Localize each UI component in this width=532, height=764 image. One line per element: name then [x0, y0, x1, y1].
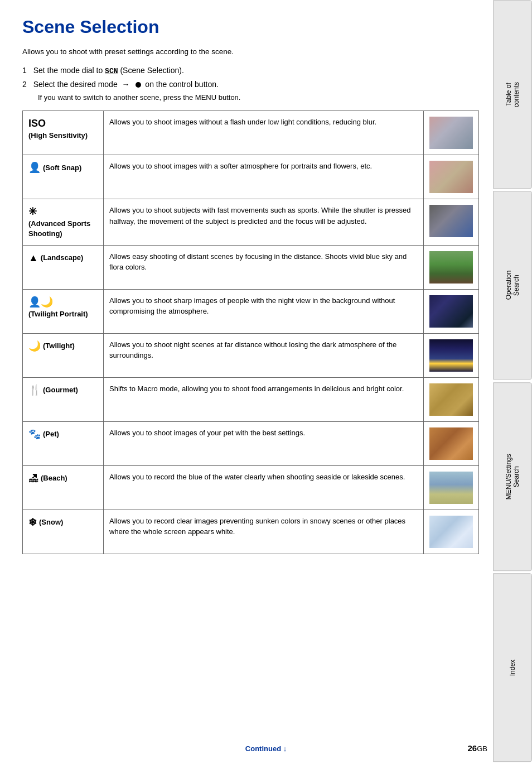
- scene-thumbnail: [429, 472, 473, 504]
- table-row: 🐾 (Pet)Allows you to shoot images of you…: [23, 421, 479, 465]
- scene-icon: ISO: [28, 117, 46, 131]
- scene-icon-cell: 🍴 (Gourmet): [23, 377, 104, 421]
- tab-operation-search[interactable]: OperationSearch: [493, 191, 532, 379]
- scene-icon-cell: 👤 (Soft Snap): [23, 155, 104, 199]
- scene-description: Allows you to shoot subjects with fast m…: [104, 199, 424, 246]
- scene-label: (Soft Snap): [43, 163, 81, 173]
- tab-table-of-contents[interactable]: Table ofcontents: [493, 0, 532, 189]
- scene-image: [424, 465, 479, 510]
- scene-icon-cell: ISO (High Sensitivity): [23, 111, 104, 155]
- scene-icon-cell: 🐾 (Pet): [23, 421, 104, 465]
- scene-icon: ✳: [28, 205, 37, 219]
- tab-index[interactable]: Index: [493, 573, 532, 762]
- scene-description: Allows you to shoot images with a softer…: [104, 155, 424, 199]
- scene-thumbnail: [429, 339, 473, 372]
- scene-icon: 🏖: [28, 472, 38, 486]
- scene-image: [424, 245, 479, 289]
- scene-icon: 👤: [28, 161, 41, 175]
- table-row: 👤 (Soft Snap)Allows you to shoot images …: [23, 155, 479, 199]
- step-2-sub: If you want to switch to another scene, …: [38, 93, 479, 102]
- table-row: ▲ (Landscape)Allows easy shooting of dis…: [23, 245, 479, 289]
- scene-description: Allows you to shoot sharp images of peop…: [104, 289, 424, 333]
- table-row: ISO (High Sensitivity)Allows you to shoo…: [23, 111, 479, 155]
- sidebar-tabs: Table ofcontents OperationSearch MENU/Se…: [493, 0, 532, 764]
- scene-icon-cell: ▲ (Landscape): [23, 245, 104, 289]
- scene-icon-cell: 👤🌙 (Twilight Portrait): [23, 289, 104, 333]
- scene-label: (Twilight): [43, 341, 75, 351]
- scene-image: [424, 510, 479, 554]
- step-2: 2 Select the desired mode → on the contr…: [22, 80, 479, 89]
- table-row: ✳ (Advanced Sports Shooting)Allows you t…: [23, 199, 479, 246]
- scene-label: (Landscape): [41, 253, 84, 263]
- scene-thumbnail: [429, 251, 473, 284]
- scene-description: Allows easy shooting of distant scenes b…: [104, 245, 424, 289]
- scene-label: (Beach): [41, 473, 67, 483]
- scene-icon-cell: 🏖 (Beach): [23, 465, 104, 510]
- intro-text: Allows you to shoot with preset settings…: [22, 47, 479, 56]
- scene-icon: 🐾: [28, 427, 41, 441]
- main-content: Scene Selection Allows you to shoot with…: [11, 0, 490, 571]
- scene-icon: ❄: [28, 516, 37, 530]
- scene-icon: 👤🌙: [28, 295, 53, 309]
- scene-thumbnail: [429, 161, 473, 193]
- scene-description: Allows you to shoot night scenes at far …: [104, 333, 424, 377]
- page-number-area: 26GB: [468, 743, 487, 753]
- scene-thumbnail: [429, 295, 473, 328]
- table-row: 👤🌙 (Twilight Portrait)Allows you to shoo…: [23, 289, 479, 333]
- scene-image: [424, 155, 479, 199]
- table-row: ❄ (Snow)Allows you to record clear image…: [23, 510, 479, 554]
- scene-thumbnail: [429, 516, 473, 548]
- scene-label: (Gourmet): [43, 385, 78, 395]
- scene-icon: 🍴: [28, 383, 41, 397]
- scene-image: [424, 289, 479, 333]
- steps-section: 1 Set the mode dial to SCN (Scene Select…: [22, 66, 479, 102]
- scene-icon: 🌙: [28, 339, 41, 353]
- table-row: 🌙 (Twilight)Allows you to shoot night sc…: [23, 333, 479, 377]
- scene-description: Allows you to shoot images without a fla…: [104, 111, 424, 155]
- scene-table: ISO (High Sensitivity)Allows you to shoo…: [22, 110, 479, 554]
- scene-description: Allows you to record the blue of the wat…: [104, 465, 424, 510]
- scene-icon-cell: ❄ (Snow): [23, 510, 104, 554]
- scene-image: [424, 199, 479, 246]
- scene-image: [424, 421, 479, 465]
- scene-label: (Snow): [39, 517, 63, 527]
- scene-icon: ▲: [28, 251, 38, 265]
- page-title: Scene Selection: [22, 17, 479, 37]
- scene-thumbnail: [429, 117, 473, 149]
- scene-thumbnail: [429, 383, 473, 416]
- scene-image: [424, 333, 479, 377]
- scene-label: (Advanced Sports Shooting): [28, 219, 98, 239]
- scene-image: [424, 377, 479, 421]
- scene-thumbnail: [429, 427, 473, 460]
- scene-description: Allows you to record clear images preven…: [104, 510, 424, 554]
- tab-menu-settings-search[interactable]: MENU/SettingsSearch: [493, 382, 532, 571]
- scene-description: Allows you to shoot images of your pet w…: [104, 421, 424, 465]
- scene-icon-cell: ✳ (Advanced Sports Shooting): [23, 199, 104, 246]
- scene-label: (Twilight Portrait): [28, 309, 88, 319]
- table-row: 🏖 (Beach)Allows you to record the blue o…: [23, 465, 479, 510]
- scene-icon-cell: 🌙 (Twilight): [23, 333, 104, 377]
- scene-label: (High Sensitivity): [28, 131, 88, 141]
- scene-label: (Pet): [43, 429, 59, 439]
- step-1: 1 Set the mode dial to SCN (Scene Select…: [22, 66, 479, 75]
- table-row: 🍴 (Gourmet)Shifts to Macro mode, allowin…: [23, 377, 479, 421]
- scene-description: Shifts to Macro mode, allowing you to sh…: [104, 377, 424, 421]
- scene-image: [424, 111, 479, 155]
- continued-label: Continued ↓: [245, 744, 287, 753]
- scene-thumbnail: [429, 205, 473, 237]
